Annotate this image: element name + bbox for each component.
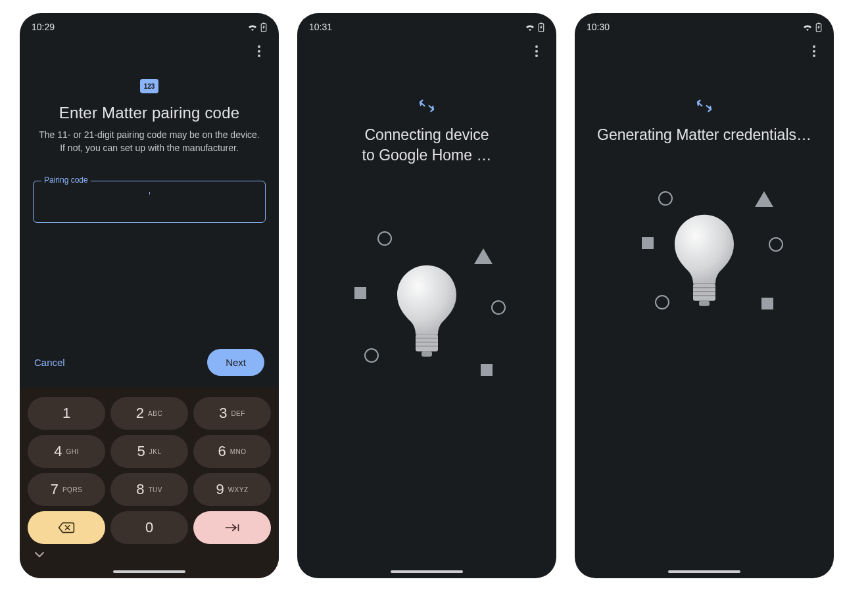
next-button[interactable]: Next: [207, 349, 264, 376]
status-bar: 10:30: [575, 13, 834, 37]
page-title: Enter Matter pairing code: [33, 104, 266, 122]
home-indicator[interactable]: [113, 570, 185, 573]
decor-triangle: [474, 248, 493, 264]
svg-rect-1: [263, 22, 265, 24]
decor-square: [642, 237, 654, 249]
decor-circle: [377, 231, 392, 246]
decor-square: [761, 298, 773, 309]
enter-icon: [224, 523, 241, 532]
phone-screen-generating: 10:30 Generating Matter credentials…: [575, 13, 834, 578]
key-9[interactable]: 9WXYZ: [193, 473, 271, 506]
key-0[interactable]: 0: [110, 511, 188, 544]
action-row: Cancel Next: [33, 336, 266, 388]
key-backspace[interactable]: [28, 511, 105, 544]
pairing-code-input[interactable]: Pairing code: [33, 181, 266, 223]
page-title: Connecting device to Google Home …: [362, 125, 492, 166]
battery-icon: [260, 22, 267, 32]
status-icons: [525, 22, 544, 32]
key-1[interactable]: 1: [28, 397, 105, 430]
top-bar: [575, 37, 834, 66]
wifi-icon: [247, 23, 258, 31]
key-3[interactable]: 3DEF: [193, 397, 271, 430]
battery-icon: [815, 22, 822, 32]
connecting-icon: [695, 99, 713, 113]
battery-icon: [538, 22, 544, 32]
svg-rect-15: [699, 301, 710, 306]
svg-rect-4: [416, 334, 438, 352]
main-content: Connecting device to Google Home …: [297, 66, 556, 578]
more-options-icon[interactable]: [525, 39, 548, 63]
key-2[interactable]: 2ABC: [110, 397, 188, 430]
lightbulb-icon: [671, 212, 737, 317]
home-indicator[interactable]: [668, 570, 740, 573]
pairing-code-icon: 123: [140, 79, 158, 93]
decor-triangle: [755, 191, 773, 207]
key-6[interactable]: 6MNO: [193, 435, 271, 468]
wifi-icon: [525, 23, 535, 31]
key-8[interactable]: 8TUV: [110, 473, 188, 506]
top-bar: [297, 37, 556, 66]
key-enter[interactable]: [193, 511, 271, 544]
svg-rect-8: [422, 352, 432, 357]
page-subtitle: The 11- or 21-digit pairing code may be …: [33, 129, 266, 154]
input-label: Pairing code: [41, 175, 91, 185]
phone-screen-pairing-code: 10:29 123 Enter Matter pairing code The …: [20, 13, 279, 578]
key-7[interactable]: 7PQRS: [28, 473, 105, 506]
status-bar: 10:31: [297, 13, 556, 37]
more-options-icon[interactable]: [247, 39, 271, 63]
home-indicator[interactable]: [391, 570, 463, 573]
more-options-icon[interactable]: [802, 39, 826, 63]
status-icons: [802, 22, 822, 32]
text-cursor: [149, 192, 150, 194]
status-time: 10:29: [32, 22, 55, 32]
phone-screen-connecting: 10:31 Connecting device to Google Home …: [297, 13, 556, 578]
bulb-illustration: [619, 191, 790, 362]
decor-circle: [658, 191, 673, 206]
chevron-down-icon[interactable]: [34, 551, 45, 558]
page-title: Generating Matter credentials…: [597, 125, 811, 145]
status-time: 10:30: [587, 22, 610, 32]
cancel-button[interactable]: Cancel: [34, 357, 65, 368]
svg-rect-11: [693, 284, 715, 301]
key-5[interactable]: 5JKL: [110, 435, 188, 468]
connecting-icon: [418, 99, 436, 113]
key-4[interactable]: 4GHI: [28, 435, 105, 468]
decor-circle: [655, 295, 669, 309]
keyboard-collapse-row: [28, 548, 271, 561]
decor-circle: [491, 300, 506, 315]
bulb-illustration: [341, 231, 512, 402]
svg-rect-3: [541, 22, 542, 24]
decor-circle: [364, 348, 379, 363]
decor-square: [481, 364, 493, 376]
backspace-icon: [58, 522, 75, 534]
status-bar: 10:29: [20, 13, 279, 37]
lightbulb-icon: [394, 262, 460, 367]
svg-rect-10: [818, 22, 820, 24]
wifi-icon: [802, 23, 813, 31]
main-content: 123 Enter Matter pairing code The 11- or…: [20, 66, 279, 388]
main-content: Generating Matter credentials…: [575, 66, 834, 578]
top-bar: [20, 37, 279, 66]
decor-square: [354, 287, 366, 299]
numeric-keypad: 1 2ABC 3DEF 4GHI 5JKL 6MNO 7PQRS 8TUV 9W…: [20, 388, 279, 578]
decor-circle: [769, 237, 783, 252]
status-time: 10:31: [309, 22, 332, 32]
status-icons: [247, 22, 267, 32]
